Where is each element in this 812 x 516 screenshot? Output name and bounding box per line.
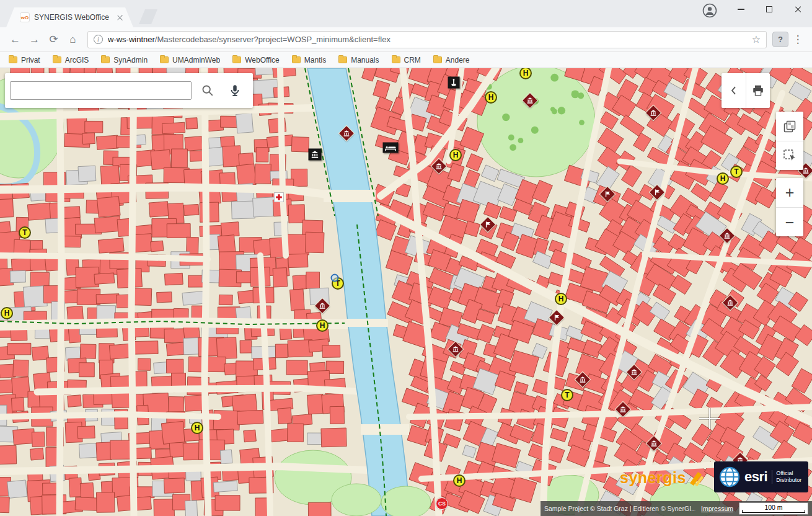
back-button[interactable]: ← [6, 30, 24, 48]
menu-icon: ⋮ [793, 33, 803, 46]
printer-icon [751, 84, 765, 97]
collapse-panel-button[interactable] [722, 73, 746, 108]
map-marker-black-bed[interactable] [383, 143, 399, 153]
map-marker-t[interactable]: T [19, 226, 31, 239]
bookmark-weboffice[interactable]: WebOffice [230, 55, 282, 66]
close-button[interactable] [783, 0, 812, 19]
synergis-logo-text: synergis [620, 469, 686, 487]
esri-distributor-label: OfficialDistributor [772, 470, 801, 484]
map-marker-red-cross[interactable] [274, 192, 284, 202]
bookmark-label: WebOffice [245, 56, 280, 64]
map-tools-panel [776, 112, 803, 170]
zoom-out-button[interactable]: − [776, 207, 803, 236]
favicon-weboffice: wO [20, 12, 30, 22]
bookmark-label: UMAdminWeb [172, 56, 220, 64]
browser-menu-button[interactable]: ⋮ [790, 32, 806, 48]
address-toolbar: ← → ⟳ ⌂ i w-ws-wintner/Mastercodebase/sy… [0, 27, 812, 52]
map-marker-flag[interactable] [549, 310, 564, 325]
bookmark-umadminweb[interactable]: UMAdminWeb [157, 55, 223, 66]
map-marker-flag[interactable] [650, 185, 664, 200]
reload-button[interactable]: ⟳ [45, 30, 63, 48]
map-marker-h[interactable]: H [449, 149, 462, 161]
basemap-button[interactable] [776, 112, 803, 141]
map-marker-t[interactable]: T [561, 389, 573, 401]
attribution-text: Sample Project © Stadt Graz | Editieren … [544, 505, 695, 512]
map-topright-panel [722, 73, 770, 108]
map-marker-h[interactable]: H [1, 307, 13, 319]
map-marker-h[interactable]: H [717, 172, 729, 185]
map-marker-cs[interactable]: CS [436, 497, 448, 510]
folder-icon [232, 56, 241, 63]
bookmark-crm[interactable]: CRM [389, 55, 423, 66]
bookmark-label: ArcGIS [65, 56, 89, 64]
map-marker-black-museum[interactable] [309, 149, 322, 161]
bookmark-label: Andere [446, 56, 470, 64]
map-marker-museum[interactable] [647, 436, 661, 451]
browser-tab[interactable]: wO SYNERGIS WebOffice [6, 7, 133, 27]
page-info-icon[interactable]: i [94, 35, 103, 44]
home-button[interactable]: ⌂ [64, 30, 82, 48]
address-bar[interactable]: i w-ws-wintner/Mastercodebase/synserver?… [87, 31, 767, 48]
extension-button[interactable]: ? [772, 32, 788, 47]
forward-button[interactable]: → [25, 30, 43, 48]
map-marker-museum[interactable] [315, 298, 330, 313]
back-icon: ← [10, 33, 20, 46]
map-marker-h[interactable]: H [485, 91, 497, 104]
select-export-button[interactable] [776, 141, 803, 170]
map-marker-black-monument[interactable] [448, 77, 460, 89]
maximize-button[interactable] [755, 0, 783, 19]
map-marker-flag[interactable] [480, 217, 495, 232]
folder-icon [53, 56, 61, 63]
minus-icon: − [785, 213, 795, 231]
map-marker-h[interactable]: H [316, 319, 329, 332]
map-marker-museum[interactable] [616, 402, 630, 417]
bookmark-mantis[interactable]: Mantis [289, 55, 329, 66]
bookmark-synadmin[interactable]: SynAdmin [99, 55, 150, 66]
bookmark-andere[interactable]: Andere [431, 55, 472, 66]
map-marker-h[interactable]: H [519, 68, 532, 79]
map-search-panel [5, 73, 253, 108]
map-status-bar: Sample Project © Stadt Graz | Editieren … [541, 501, 812, 516]
bookmark-arcgis[interactable]: ArcGIS [50, 55, 92, 66]
impressum-link[interactable]: Impressum [701, 505, 733, 512]
map-marker-t[interactable]: T [730, 166, 743, 178]
map-marker-h[interactable]: H [191, 422, 203, 434]
bookmark-manuals[interactable]: Manuals [336, 55, 381, 66]
map-marker-museum[interactable] [448, 342, 463, 357]
new-tab-button[interactable] [139, 9, 157, 24]
bookmark-star-icon[interactable]: ☆ [752, 33, 761, 45]
search-input[interactable] [10, 81, 192, 100]
search-button[interactable] [196, 78, 219, 103]
synergis-swoosh-icon [687, 469, 704, 486]
folder-icon [160, 56, 169, 63]
map-marker-museum[interactable] [720, 228, 735, 243]
minimize-button[interactable] [726, 0, 755, 19]
zoom-in-button[interactable]: + [776, 178, 803, 207]
map-marker-museum[interactable] [339, 126, 354, 141]
map-marker-layer: HHHHHHHHHTTTTCS [0, 68, 812, 516]
map-marker-h[interactable]: H [453, 474, 466, 487]
bookmarks-bar: PrivatArcGISSynAdminUMAdminWebWebOfficeM… [0, 52, 812, 68]
bookmark-privat[interactable]: Privat [6, 55, 43, 66]
map-viewport[interactable]: HHHHHHHHHTTTTCS [0, 68, 812, 516]
voice-search-button[interactable] [224, 78, 246, 103]
map-marker-museum[interactable] [646, 105, 661, 120]
map-marker-museum[interactable] [723, 295, 738, 310]
url-path: /Mastercodebase/synserver?project=WOSP_m… [155, 35, 391, 44]
map-marker-museum[interactable] [523, 93, 537, 108]
tab-title: SYNERGIS WebOffice [34, 13, 112, 22]
map-crosshair [699, 407, 721, 430]
tab-close-icon[interactable] [117, 14, 123, 21]
crosshair-icon [699, 407, 721, 430]
map-marker-museum[interactable] [627, 365, 642, 380]
print-button[interactable] [746, 73, 770, 108]
profile-icon[interactable] [702, 2, 718, 19]
maximize-icon [766, 6, 772, 12]
map-marker-flag[interactable] [600, 187, 615, 202]
map-marker-circle[interactable] [331, 274, 339, 282]
bookmark-label: Privat [21, 56, 40, 64]
synergis-logo: synergis [620, 469, 704, 487]
map-marker-museum[interactable] [431, 159, 446, 174]
map-marker-museum[interactable] [575, 372, 590, 387]
map-marker-h[interactable]: H [555, 293, 567, 305]
